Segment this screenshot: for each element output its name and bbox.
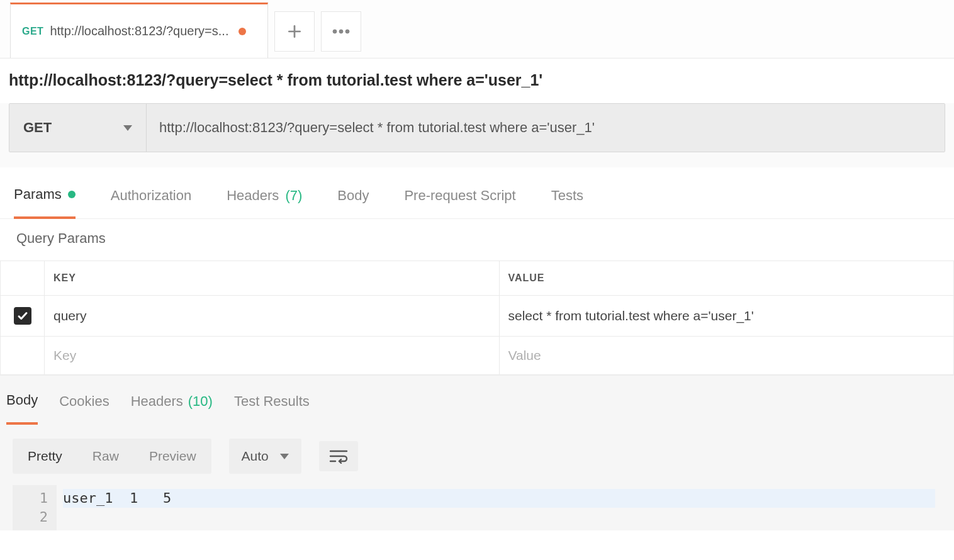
tab-headers[interactable]: Headers (7) [227,176,302,218]
plus-icon [286,23,303,40]
view-pretty-button[interactable]: Pretty [13,439,77,474]
code-line: user_1 1 5 [63,489,935,508]
col-value: VALUE [499,261,954,296]
unsaved-dot-icon [239,28,246,35]
tab-params[interactable]: Params [14,176,76,219]
response-body-editor[interactable]: 1 2 user_1 1 5 [13,485,941,530]
headers-count: (7) [285,188,302,204]
format-select-label: Auto [242,449,269,464]
param-key-input-new[interactable] [53,348,490,363]
check-icon [17,310,28,322]
svg-point-2 [333,30,337,33]
col-enable [1,261,45,296]
request-tabs-bar: GET http://localhost:8123/?query=s... [0,0,954,58]
response-tab-test-results[interactable]: Test Results [234,392,310,425]
chevron-down-icon [280,454,289,459]
line-wrap-button[interactable] [319,441,358,471]
response-tab-cookies[interactable]: Cookies [59,392,109,425]
request-url-title: http://localhost:8123/?query=select * fr… [9,71,945,89]
svg-point-3 [339,30,343,33]
tab-body[interactable]: Body [337,176,369,218]
line-wrap-icon [329,449,348,464]
response-tab-headers-label: Headers [131,393,183,410]
response-tab-headers[interactable]: Headers (10) [131,392,213,425]
view-raw-button[interactable]: Raw [77,439,134,474]
table-row [1,296,954,337]
request-url-input[interactable] [147,104,945,152]
param-enable-checkbox[interactable] [14,307,31,325]
tab-authorization[interactable]: Authorization [111,176,191,218]
params-indicator-icon [68,191,76,198]
line-gutter: 1 2 [13,485,57,530]
ellipsis-icon [332,29,350,34]
request-subtabs: Params Authorization Headers (7) Body Pr… [0,167,954,219]
svg-point-4 [345,30,349,33]
tab-overflow-button[interactable] [321,11,361,52]
response-headers-count: (10) [188,393,213,410]
http-method-label: GET [23,120,52,136]
param-key-input[interactable] [53,308,490,323]
format-select[interactable]: Auto [229,439,301,474]
param-value-input-new[interactable] [508,348,945,363]
tab-params-label: Params [14,186,62,203]
response-toolbar: Pretty Raw Preview Auto [0,425,954,474]
query-params-table: KEY VALUE [0,260,954,375]
tab-tests[interactable]: Tests [551,176,583,218]
url-header: http://localhost:8123/?query=select * fr… [0,58,954,103]
view-mode-segmented: Pretty Raw Preview [13,439,211,474]
response-subtabs: Body Cookies Headers (10) Test Results [0,376,954,425]
tab-pre-request-script[interactable]: Pre-request Script [404,176,515,218]
request-bar: GET [9,103,945,152]
table-row [1,337,954,375]
new-tab-button[interactable] [274,11,315,52]
chevron-down-icon [123,125,132,131]
col-key: KEY [45,261,500,296]
response-body-content: user_1 1 5 [57,485,941,530]
request-tab-active[interactable]: GET http://localhost:8123/?query=s... [10,3,268,58]
view-preview-button[interactable]: Preview [134,439,211,474]
query-params-title: Query Params [0,219,954,260]
param-value-input[interactable] [508,308,945,323]
tab-headers-label: Headers [227,188,279,204]
tab-title: http://localhost:8123/?query=s... [50,24,228,38]
http-method-select[interactable]: GET [9,104,147,152]
response-tab-body[interactable]: Body [6,392,38,425]
tab-method-badge: GET [22,26,43,37]
